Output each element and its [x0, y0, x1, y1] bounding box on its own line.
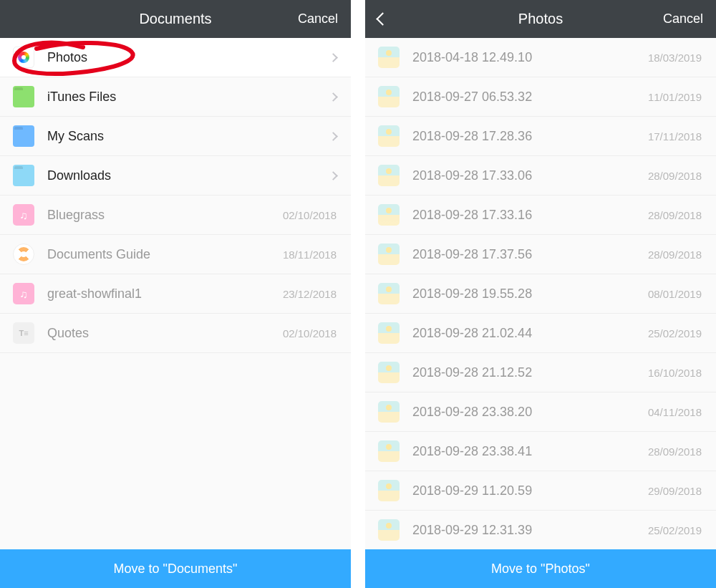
list-item[interactable]: 2018-09-28 17.28.36 17/11/2018: [365, 117, 716, 156]
row-date: 11/01/2019: [648, 91, 702, 103]
photo-thumb-icon: [378, 125, 400, 147]
list-item[interactable]: 2018-04-18 12.49.10 18/03/2019: [365, 38, 716, 77]
photo-thumb-icon: [378, 204, 400, 226]
photo-thumb-icon: [378, 480, 400, 501]
header: Documents Cancel: [0, 0, 351, 38]
row-label: Quotes: [47, 326, 283, 341]
row-label: Downloads: [47, 168, 330, 183]
row-label: 2018-09-28 17.33.06: [412, 168, 648, 183]
photo-thumb-icon: [378, 244, 400, 265]
photo-thumb-icon: [378, 362, 400, 383]
row-label: 2018-09-28 23.38.41: [412, 444, 648, 459]
chevron-left-icon: [376, 12, 389, 25]
row-label: 2018-09-28 19.55.28: [412, 286, 648, 302]
list-item[interactable]: 2018-09-28 17.37.56 28/09/2018: [365, 235, 716, 274]
photo-thumb-icon: [378, 47, 400, 68]
row-date: 23/12/2018: [283, 288, 337, 300]
list-item[interactable]: 2018-09-29 11.20.59 29/09/2018: [365, 471, 716, 511]
row-date: 25/02/2019: [648, 524, 702, 536]
music-icon: ♫: [13, 283, 34, 304]
list-item[interactable]: 2018-09-28 23.38.41 28/09/2018: [365, 432, 716, 471]
row-date: 17/11/2018: [648, 130, 702, 143]
folder-cyan-icon: [13, 165, 34, 186]
photo-thumb-icon: [378, 322, 400, 344]
row-label: 2018-09-27 06.53.32: [412, 90, 648, 105]
row-date: 02/10/2018: [283, 209, 337, 221]
list-item-itunes[interactable]: iTunes Files: [0, 77, 351, 117]
photo-thumb-icon: [378, 401, 400, 423]
list-item[interactable]: 2018-09-28 17.33.06 28/09/2018: [365, 156, 716, 196]
photos-screen: Photos Cancel 2018-04-18 12.49.10 18/03/…: [365, 0, 716, 588]
row-label: great-showfinal1: [47, 286, 283, 302]
music-icon: ♫: [13, 204, 34, 226]
list-item[interactable]: 2018-09-28 21.02.44 25/02/2019: [365, 314, 716, 353]
row-label: 2018-09-29 11.20.59: [412, 483, 648, 498]
photo-thumb-icon: [378, 86, 400, 107]
row-date: 02/10/2018: [283, 327, 337, 339]
row-label: My Scans: [47, 129, 330, 144]
row-label: 2018-09-28 17.37.56: [412, 247, 648, 262]
photo-thumb-icon: [378, 440, 400, 462]
row-date: 29/09/2018: [648, 485, 702, 497]
photo-thumb-icon: [378, 283, 400, 304]
row-label: 2018-09-28 21.02.44: [412, 326, 648, 341]
folder-blue-icon: [13, 125, 34, 147]
move-to-documents-button[interactable]: Move to "Documents": [0, 549, 351, 588]
header-title: Documents: [63, 11, 288, 27]
row-label: Documents Guide: [47, 247, 283, 262]
row-date: 08/01/2019: [648, 288, 702, 300]
row-date: 18/03/2019: [648, 52, 702, 64]
row-date: 28/09/2018: [648, 445, 702, 458]
list-item[interactable]: 2018-09-28 19.55.28 08/01/2019: [365, 274, 716, 314]
photos-list: 2018-04-18 12.49.10 18/03/2019 2018-09-2…: [365, 38, 716, 549]
photo-thumb-icon: [378, 519, 400, 541]
documents-screen: Documents Cancel Photos iTunes Files My …: [0, 0, 351, 588]
row-label: 2018-09-28 17.28.36: [412, 129, 648, 144]
row-label: 2018-09-28 23.38.20: [412, 405, 648, 420]
list-item[interactable]: 2018-09-27 06.53.32 11/01/2019: [365, 77, 716, 117]
row-label: 2018-09-28 17.33.16: [412, 208, 648, 223]
back-button[interactable]: [378, 14, 428, 24]
list-item-bluegrass[interactable]: ♫ Bluegrass 02/10/2018: [0, 196, 351, 235]
row-label: Photos: [47, 50, 330, 65]
documents-list: Photos iTunes Files My Scans Downloads ♫…: [0, 38, 351, 549]
cancel-button[interactable]: Cancel: [288, 11, 338, 26]
row-date: 04/11/2018: [648, 406, 702, 418]
move-to-photos-button[interactable]: Move to "Photos": [365, 549, 716, 588]
header: Photos Cancel: [365, 0, 716, 38]
chevron-right-icon: [329, 171, 338, 180]
list-item-myscans[interactable]: My Scans: [0, 117, 351, 156]
row-label: iTunes Files: [47, 90, 330, 105]
row-date: 28/09/2018: [648, 209, 702, 221]
row-label: 2018-09-28 21.12.52: [412, 365, 648, 380]
row-label: 2018-09-29 12.31.39: [412, 523, 648, 538]
photo-thumb-icon: [378, 165, 400, 186]
chevron-right-icon: [329, 53, 338, 62]
folder-green-icon: [13, 86, 34, 107]
list-item-greatshow[interactable]: ♫ great-showfinal1 23/12/2018: [0, 274, 351, 314]
chevron-right-icon: [329, 92, 338, 102]
list-item-photos[interactable]: Photos: [0, 38, 351, 77]
list-item[interactable]: 2018-09-28 23.38.20 04/11/2018: [365, 392, 716, 432]
row-label: 2018-04-18 12.49.10: [412, 50, 648, 65]
list-item-quotes[interactable]: T≡ Quotes 02/10/2018: [0, 314, 351, 353]
list-item-docsguide[interactable]: Documents Guide 18/11/2018: [0, 235, 351, 274]
row-date: 25/02/2019: [648, 327, 702, 339]
lifebuoy-icon: [13, 244, 34, 265]
header-title: Photos: [428, 11, 653, 27]
row-date: 28/09/2018: [648, 170, 702, 182]
chevron-right-icon: [329, 132, 338, 141]
text-icon: T≡: [13, 322, 34, 344]
photos-icon: [13, 47, 34, 68]
list-item[interactable]: 2018-09-28 21.12.52 16/10/2018: [365, 353, 716, 392]
list-item[interactable]: 2018-09-28 17.33.16 28/09/2018: [365, 196, 716, 235]
list-item[interactable]: 2018-09-29 12.31.39 25/02/2019: [365, 511, 716, 549]
row-date: 16/10/2018: [648, 367, 702, 379]
list-item-downloads[interactable]: Downloads: [0, 156, 351, 196]
row-date: 28/09/2018: [648, 249, 702, 261]
cancel-button[interactable]: Cancel: [653, 11, 703, 26]
row-date: 18/11/2018: [283, 249, 337, 261]
row-label: Bluegrass: [47, 208, 283, 223]
